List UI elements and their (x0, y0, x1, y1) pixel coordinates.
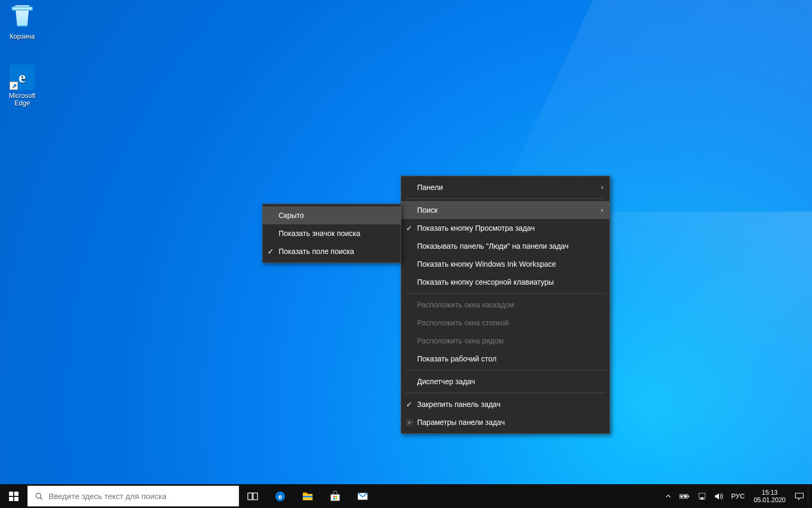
menu-item-label: Показывать панель "Люди" на панели задач (417, 242, 569, 250)
task-view-button[interactable] (239, 484, 266, 508)
submenu-item-hidden[interactable]: Скрыто (263, 206, 401, 224)
search-icon (35, 492, 43, 501)
clock-time: 15:13 (762, 489, 778, 496)
menu-item-label: Диспетчер задач (417, 377, 475, 386)
network-icon (697, 492, 707, 501)
svg-rect-13 (333, 498, 335, 500)
svg-rect-8 (303, 492, 307, 494)
menu-item-panels[interactable]: Панели › (401, 178, 610, 196)
gear-icon (401, 419, 417, 427)
search-placeholder: Введите здесь текст для поиска (49, 492, 167, 501)
svg-rect-21 (699, 498, 705, 500)
svg-point-0 (408, 421, 410, 423)
svg-rect-20 (701, 497, 704, 498)
store-icon (329, 491, 341, 502)
tray-volume[interactable] (710, 484, 727, 508)
taskbar-app-store[interactable] (321, 484, 349, 508)
language-label: РУС (731, 492, 745, 500)
windows-logo-icon (9, 492, 19, 501)
taskbar: Введите здесь текст для поиска e (0, 484, 812, 508)
chevron-right-icon: › (601, 206, 603, 214)
tray-network[interactable] (694, 484, 710, 508)
desktop-icon-recycle-bin[interactable]: Корзина (0, 3, 44, 40)
svg-rect-9 (303, 496, 312, 497)
menu-item-label: Параметры панели задач (417, 418, 505, 427)
tray-language[interactable]: РУС (727, 484, 749, 508)
battery-icon (679, 493, 690, 500)
svg-rect-19 (699, 493, 705, 497)
notification-icon (795, 492, 804, 501)
svg-line-2 (40, 497, 42, 500)
menu-item-touch-keyboard[interactable]: Показать кнопку сенсорной клавиатуры (401, 273, 610, 291)
menu-item-stacked: Расположить окна стопкой (401, 314, 610, 332)
show-desktop-button[interactable] (808, 484, 812, 508)
search-input[interactable]: Введите здесь текст для поиска (27, 486, 239, 506)
submenu-item-search-box[interactable]: ✓ Показать поле поиска (263, 242, 401, 260)
taskbar-app-edge[interactable]: e (266, 484, 294, 508)
svg-text:e: e (278, 492, 282, 500)
start-button[interactable] (0, 484, 27, 508)
recycle-bin-icon (10, 5, 35, 31)
taskbar-app-mail[interactable] (349, 484, 376, 508)
tray-action-center[interactable] (791, 484, 808, 508)
edge-icon: e (274, 491, 286, 502)
svg-rect-11 (333, 496, 335, 497)
svg-rect-17 (688, 495, 689, 497)
task-view-icon (247, 491, 259, 502)
volume-icon (714, 492, 724, 501)
menu-item-label: Показать кнопку Windows Ink Workspace (417, 260, 556, 268)
svg-point-1 (36, 493, 41, 498)
chevron-up-icon (665, 493, 672, 500)
taskbar-context-menu: Панели › Поиск › ✓ Показать кнопку Просм… (401, 176, 610, 434)
menu-item-task-view-button[interactable]: ✓ Показать кнопку Просмотра задач (401, 219, 610, 237)
menu-item-taskbar-settings[interactable]: Параметры панели задач (401, 413, 610, 431)
desktop-icon-label: Microsoft Edge (0, 92, 44, 107)
mail-icon (357, 491, 368, 502)
check-icon: ✓ (401, 224, 417, 232)
taskbar-app-explorer[interactable] (294, 484, 321, 508)
svg-rect-3 (248, 493, 252, 500)
svg-rect-4 (253, 493, 257, 500)
menu-item-task-manager[interactable]: Диспетчер задач (401, 373, 610, 391)
menu-item-side-by-side: Расположить окна рядом (401, 332, 610, 350)
chevron-right-icon: › (601, 184, 603, 191)
menu-item-label: Расположить окна стопкой (417, 319, 509, 327)
desktop-icon-edge[interactable]: e ↗ Microsoft Edge (0, 65, 44, 107)
menu-item-label: Показать значок поиска (279, 229, 361, 238)
menu-item-ink-workspace[interactable]: Показать кнопку Windows Ink Workspace (401, 255, 610, 273)
tray-clock[interactable]: 15:13 05.01.2020 (749, 484, 791, 508)
menu-item-label: Расположить окна каскадом (417, 301, 514, 309)
menu-item-label: Показать кнопку Просмотра задач (417, 224, 535, 232)
svg-rect-14 (335, 498, 337, 500)
menu-separator (405, 393, 605, 393)
svg-rect-10 (331, 494, 340, 501)
menu-separator (405, 293, 605, 294)
menu-item-label: Скрыто (279, 211, 304, 220)
edge-icon: e ↗ (10, 65, 35, 90)
menu-item-label: Расположить окна рядом (417, 337, 504, 345)
file-explorer-icon (302, 491, 313, 502)
shortcut-arrow-icon: ↗ (10, 81, 18, 90)
search-submenu: Скрыто Показать значок поиска ✓ Показать… (262, 204, 401, 263)
menu-item-label: Закрепить панель задач (417, 400, 501, 409)
tray-overflow[interactable] (661, 484, 676, 508)
menu-item-label: Показать поле поиска (279, 247, 354, 256)
check-icon: ✓ (263, 247, 279, 256)
menu-item-lock-taskbar[interactable]: ✓ Закрепить панель задач (401, 395, 610, 413)
desktop-icon-label: Корзина (0, 33, 44, 40)
menu-item-search[interactable]: Поиск › (401, 201, 610, 219)
tray-battery[interactable] (676, 484, 694, 508)
menu-item-label: Панели (417, 183, 443, 192)
menu-separator (405, 370, 605, 370)
system-tray: РУС 15:13 05.01.2020 (661, 484, 812, 508)
submenu-item-search-icon[interactable]: Показать значок поиска (263, 224, 401, 242)
menu-item-label: Показать рабочий стол (417, 355, 496, 363)
menu-separator (405, 198, 605, 199)
menu-item-people[interactable]: Показывать панель "Люди" на панели задач (401, 237, 610, 255)
check-icon: ✓ (401, 400, 417, 409)
svg-rect-12 (335, 496, 337, 497)
menu-item-label: Показать кнопку сенсорной клавиатуры (417, 278, 554, 286)
menu-item-cascade: Расположить окна каскадом (401, 296, 610, 314)
clock-date: 05.01.2020 (754, 496, 786, 504)
menu-item-show-desktop[interactable]: Показать рабочий стол (401, 350, 610, 368)
